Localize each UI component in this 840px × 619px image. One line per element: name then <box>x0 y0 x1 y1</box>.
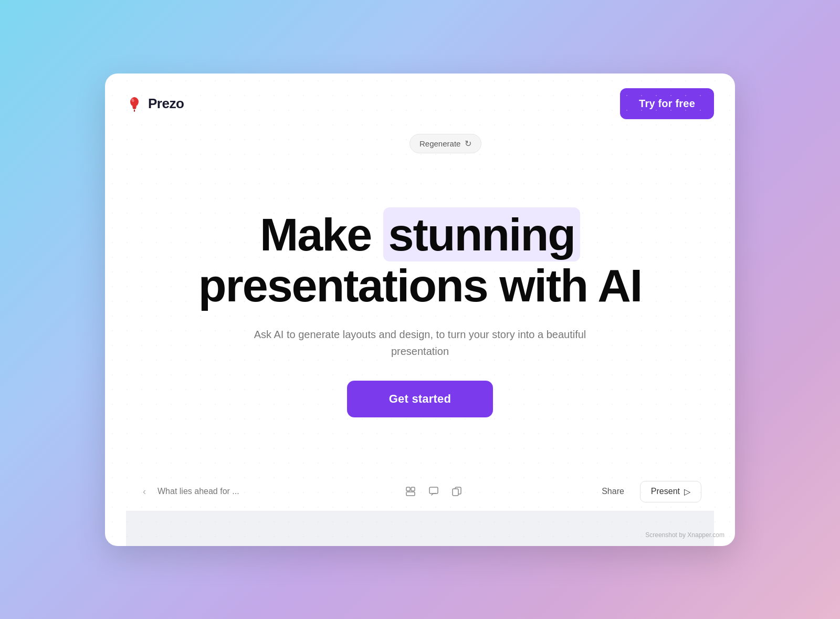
layout-icon-button[interactable] <box>403 484 418 499</box>
svg-rect-8 <box>429 487 438 494</box>
copy-icon <box>452 486 462 497</box>
back-button[interactable]: ‹ <box>139 484 150 499</box>
watermark-text: Screenshot by Xnapper.com <box>645 531 724 539</box>
main-card: Prezo Try for free Regenerate ↻ Make stu… <box>105 74 735 546</box>
hero-title-rest: presentations with AI <box>198 259 642 311</box>
svg-rect-10 <box>453 489 458 496</box>
logo-text: Prezo <box>148 96 184 112</box>
svg-rect-6 <box>411 487 415 491</box>
svg-rect-5 <box>406 487 410 491</box>
hero-section: Regenerate ↻ Make stunning presentations… <box>105 134 735 457</box>
svg-rect-1 <box>132 106 136 108</box>
preview-content <box>126 511 714 546</box>
logo[interactable]: Prezo <box>126 95 184 112</box>
hero-title-make: Make <box>260 208 383 260</box>
toolbar-icons <box>403 484 464 499</box>
preview-section: ‹ <box>126 473 714 546</box>
try-free-button[interactable]: Try for free <box>620 88 714 119</box>
svg-point-0 <box>130 97 139 107</box>
svg-rect-7 <box>406 492 415 496</box>
present-icon: ▷ <box>684 487 690 497</box>
toolbar-left: ‹ <box>139 484 273 499</box>
regenerate-label: Regenerate <box>419 139 460 148</box>
hero-subtitle: Ask AI to generate layouts and design, t… <box>236 326 604 360</box>
preview-toolbar: ‹ <box>126 473 714 511</box>
slide-title-input[interactable] <box>158 487 273 496</box>
back-icon: ‹ <box>143 486 146 497</box>
watermark: Screenshot by Xnapper.com <box>645 531 724 539</box>
share-button[interactable]: Share <box>594 482 632 500</box>
hero-title: Make stunning presentations with AI <box>198 209 642 311</box>
present-label: Present <box>651 487 680 496</box>
header: Prezo Try for free <box>105 74 735 134</box>
copy-icon-button[interactable] <box>449 484 464 499</box>
comment-icon <box>428 486 439 497</box>
layout-icon <box>405 486 416 497</box>
svg-rect-2 <box>133 108 136 109</box>
toolbar-right: Share Present ▷ <box>594 481 701 502</box>
present-button[interactable]: Present ▷ <box>640 481 701 502</box>
comment-icon-button[interactable] <box>426 484 441 499</box>
regenerate-icon: ↻ <box>465 139 471 149</box>
logo-icon <box>126 95 143 112</box>
hero-highlight: stunning <box>383 207 580 261</box>
get-started-button[interactable]: Get started <box>347 381 493 417</box>
regenerate-badge[interactable]: Regenerate ↻ <box>410 134 481 153</box>
